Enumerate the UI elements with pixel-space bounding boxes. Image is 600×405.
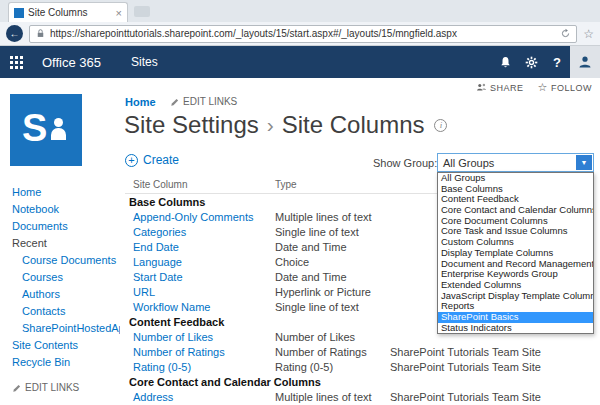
new-tab-button[interactable] [134, 6, 150, 17]
table-row: AddressMultiple lines of textSharePoint … [125, 390, 592, 405]
sidebar-item-course-documents[interactable]: Course Documents [12, 252, 120, 269]
back-icon[interactable]: ← [6, 25, 23, 42]
group-name: Core Contact and Calendar Columns [129, 375, 321, 390]
help-icon[interactable]: ? [544, 46, 570, 78]
dropdown-option[interactable]: Core Task and Issue Columns [438, 226, 593, 237]
create-button[interactable]: + Create [125, 153, 179, 167]
office-365-brand[interactable]: Office 365 [42, 55, 101, 70]
url-field[interactable]: https://sharepointtutorials.sharepoint.c… [29, 25, 577, 43]
dropdown-option[interactable]: Core Contact and Calendar Columns [438, 205, 593, 216]
title-separator: › [267, 113, 274, 137]
title-site-settings[interactable]: Site Settings [124, 111, 259, 139]
column-type: Choice [275, 255, 309, 270]
column-source: SharePoint Tutorials Team Site [390, 360, 541, 375]
column-type: Date and Time [275, 240, 347, 255]
dropdown-option[interactable]: Reports [438, 301, 593, 312]
dropdown-option[interactable]: Status Indicators [438, 323, 593, 334]
group-name: Base Columns [129, 195, 205, 210]
dropdown-option[interactable]: SharePoint Basics [438, 312, 593, 323]
sidebar: HomeNotebookDocumentsRecentCourse Docume… [12, 184, 120, 396]
edit-links-label: EDIT LINKS [25, 379, 79, 396]
sidebar-item-contacts[interactable]: Contacts [12, 303, 120, 320]
site-column-link[interactable]: Number of Likes [133, 330, 213, 345]
header-site-column: Site Column [133, 179, 187, 190]
tab-close-icon[interactable]: × [116, 8, 122, 18]
dropdown-option[interactable]: Content Feedback [438, 194, 593, 205]
column-type: Multiple lines of text [275, 210, 372, 225]
gear-icon[interactable] [518, 46, 544, 78]
sidebar-item-sharepointhostedapp[interactable]: SharePointHostedApp [12, 320, 120, 337]
site-column-link[interactable]: Start Date [133, 270, 183, 285]
dropdown-option[interactable]: Base Columns [438, 184, 593, 195]
account-icon[interactable] [570, 46, 600, 78]
header-type: Type [275, 179, 297, 190]
share-button[interactable]: SHARE [476, 82, 524, 93]
show-group-dropdown-list: All GroupsBase ColumnsContent FeedbackCo… [437, 172, 594, 334]
site-column-link[interactable]: Categories [133, 225, 186, 240]
chevron-down-icon[interactable]: ▼ [576, 155, 592, 170]
dropdown-option[interactable]: Enterprise Keywords Group [438, 269, 593, 280]
app-launcher-icon[interactable] [0, 46, 32, 78]
column-type: Single line of text [275, 225, 359, 240]
site-column-link[interactable]: Workflow Name [133, 300, 210, 315]
column-type: Hyperlink or Picture [275, 285, 371, 300]
column-type: Rating (0-5) [275, 360, 333, 375]
dropdown-option[interactable]: Extended Columns [438, 280, 593, 291]
table-row: Rating (0-5)Rating (0-5)SharePoint Tutor… [125, 360, 592, 375]
suite-bar: Office 365 Sites ? [0, 46, 600, 78]
dropdown-option[interactable]: Core Document Columns [438, 216, 593, 227]
sidebar-item-recycle-bin[interactable]: Recycle Bin [12, 354, 120, 371]
site-column-link[interactable]: URL [133, 285, 155, 300]
sidebar-item-recent: Recent [12, 235, 120, 252]
dropdown-option[interactable]: Display Template Columns [438, 248, 593, 259]
column-type: Number of Likes [275, 330, 355, 345]
site-logo[interactable]: S [10, 94, 82, 166]
sidebar-item-site-contents[interactable]: Site Contents [12, 337, 120, 354]
title-site-columns: Site Columns [282, 111, 425, 139]
bell-icon[interactable] [492, 46, 518, 78]
browser-tab[interactable]: Site Columns × [8, 2, 128, 22]
dropdown-option[interactable]: Document and Record Management Columns [438, 259, 593, 270]
dropdown-option[interactable]: All Groups [438, 173, 593, 184]
sidebar-item-courses[interactable]: Courses [12, 269, 120, 286]
sidebar-item-home[interactable]: Home [12, 184, 120, 201]
refresh-icon[interactable] [560, 28, 571, 39]
share-label: SHARE [490, 83, 524, 93]
column-type: Date and Time [275, 270, 347, 285]
breadcrumb-home-link[interactable]: Home [125, 96, 156, 108]
site-column-link[interactable]: Language [133, 255, 182, 270]
group-name: Content Feedback [129, 315, 224, 330]
suite-nav-sites[interactable]: Sites [131, 55, 158, 69]
favorites-star-icon[interactable]: ☆ [583, 27, 594, 41]
dropdown-option[interactable]: Custom Columns [438, 237, 593, 248]
site-column-link[interactable]: Address [133, 390, 173, 405]
site-logo-letter: S [22, 107, 47, 150]
column-source: SharePoint Tutorials Team Site [390, 345, 541, 360]
site-column-link[interactable]: Append-Only Comments [133, 210, 253, 225]
site-column-link[interactable]: End Date [133, 240, 179, 255]
sharepoint-favicon [14, 8, 24, 18]
edit-links-top[interactable]: EDIT LINKS [170, 96, 237, 107]
dropdown-option[interactable]: JavaScript Display Template Columns [438, 291, 593, 302]
logo-person-icon [54, 118, 63, 127]
share-icon [476, 82, 487, 93]
url-text: https://sharepointtutorials.sharepoint.c… [50, 28, 556, 39]
follow-star-icon: ☆ [538, 81, 548, 94]
page: SHARE ☆ FOLLOW S Home EDIT LINKS Site Se… [0, 78, 600, 405]
follow-label: FOLLOW [551, 83, 592, 93]
show-group-select[interactable]: All Groups ▼ [437, 153, 594, 172]
column-type: Number of Ratings [275, 345, 367, 360]
sidebar-item-documents[interactable]: Documents [12, 218, 120, 235]
address-bar: ← https://sharepointtutorials.sharepoint… [0, 22, 600, 46]
column-type: Multiple lines of text [275, 390, 372, 405]
create-label: Create [143, 153, 179, 167]
site-column-link[interactable]: Rating (0-5) [133, 360, 191, 375]
sidebar-item-authors[interactable]: Authors [12, 286, 120, 303]
lock-icon [35, 28, 46, 39]
sidebar-item-notebook[interactable]: Notebook [12, 201, 120, 218]
table-row: Number of RatingsNumber of RatingsShareP… [125, 345, 592, 360]
site-column-link[interactable]: Number of Ratings [133, 345, 225, 360]
follow-button[interactable]: ☆ FOLLOW [538, 81, 592, 94]
sidebar-edit-links[interactable]: EDIT LINKS [12, 379, 120, 396]
info-icon[interactable]: i [434, 119, 447, 132]
